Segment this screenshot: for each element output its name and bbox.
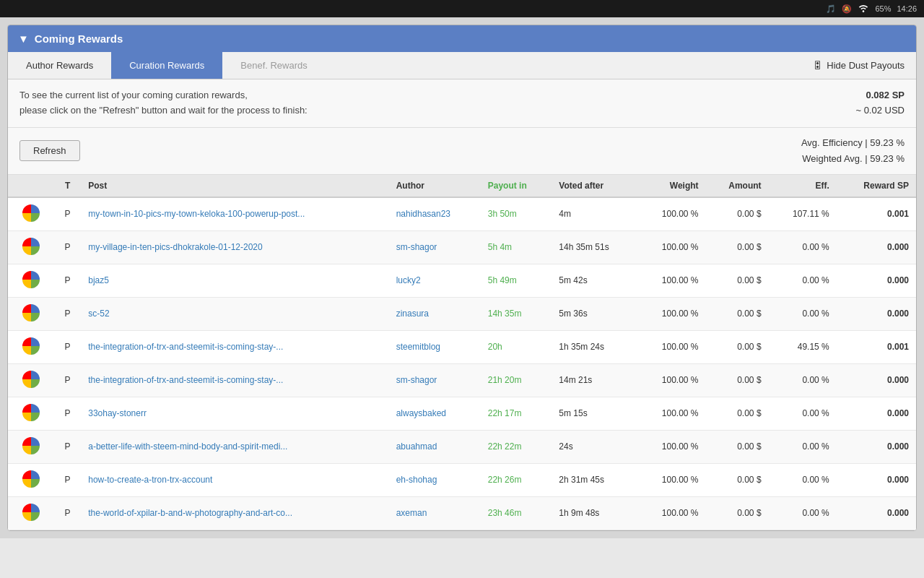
author-link[interactable]: alwaysbaked [396,408,446,418]
row-author[interactable]: lucky2 [389,264,481,297]
tab-benef-rewards[interactable]: Benef. Rewards [222,52,326,79]
usd-value: ~ 0.02 USD [855,103,905,118]
post-link[interactable]: 33ohay-stonerr [88,408,147,418]
row-type: P [54,330,81,363]
row-post[interactable]: 33ohay-stonerr [81,397,388,430]
row-icon [8,363,54,397]
pie-chart-icon[interactable] [21,269,41,290]
pie-chart-icon[interactable] [21,303,41,323]
row-post[interactable]: the-integration-of-trx-and-steemit-is-co… [81,363,388,397]
row-post[interactable]: how-to-create-a-tron-trx-account [81,463,388,496]
row-post[interactable]: the-world-of-xpilar-b-and-w-photography-… [81,496,388,530]
coming-rewards-panel: ▼ Coming Rewards Author Rewards Curation… [7,25,917,531]
row-icon [8,197,54,231]
row-author[interactable]: alwaysbaked [389,397,481,430]
row-post[interactable]: a-better-life-with-steem-mind-body-and-s… [81,430,388,463]
author-link[interactable]: steemitblog [396,342,440,352]
post-link[interactable]: sc-52 [88,309,109,319]
post-link[interactable]: my-town-in-10-pics-my-town-keloka-100-po… [88,209,305,219]
post-link[interactable]: how-to-create-a-tron-trx-account [88,475,212,485]
post-link[interactable]: my-village-in-ten-pics-dhokrakole-01-12-… [88,242,262,252]
pie-chart-icon[interactable] [21,402,41,423]
wifi-icon [858,4,869,14]
info-values: 0.082 SP ~ 0.02 USD [855,88,905,118]
row-payout-in: 22h 17m [481,397,552,430]
post-link[interactable]: the-integration-of-trx-and-steemit-is-co… [88,375,283,385]
author-link[interactable]: zinasura [396,309,429,319]
table-body: Pmy-town-in-10-pics-my-town-keloka-100-p… [8,197,916,530]
row-reward-sp: 0.000 [837,297,916,330]
row-payout-in: 5h 4m [481,230,552,264]
table-row: Pa-better-life-with-steem-mind-body-and-… [8,430,916,463]
collapse-arrow-icon[interactable]: ▼ [18,33,29,45]
filter-icon: 🎛 [813,60,822,71]
pie-chart-icon[interactable] [21,236,41,256]
post-link[interactable]: the-world-of-xpilar-b-and-w-photography-… [88,508,292,518]
row-author[interactable]: steemitblog [389,330,481,363]
author-link[interactable]: axeman [396,508,427,518]
row-author[interactable]: axeman [389,496,481,530]
author-link[interactable]: sm-shagor [396,242,437,252]
pie-chart-icon[interactable] [21,336,41,356]
author-link[interactable]: abuahmad [396,441,437,452]
row-author[interactable]: zinasura [389,297,481,330]
row-type: P [54,363,81,397]
main-container: ▼ Coming Rewards Author Rewards Curation… [0,17,924,538]
mute-icon: 🔕 [842,4,852,14]
row-author[interactable]: nahidhasan23 [389,197,481,231]
row-reward-sp: 0.000 [837,230,916,264]
row-post[interactable]: my-village-in-ten-pics-dhokrakole-01-12-… [81,230,388,264]
row-weight: 100.00 % [637,463,705,496]
pie-chart-icon[interactable] [21,203,41,223]
pie-chart-icon[interactable] [21,502,41,522]
post-link[interactable]: a-better-life-with-steem-mind-body-and-s… [88,441,287,452]
row-weight: 100.00 % [637,230,705,264]
pie-chart-icon[interactable] [21,469,41,489]
refresh-button[interactable]: Refresh [19,140,80,161]
row-voted-after: 24s [552,430,637,463]
hide-dust-payouts-button[interactable]: 🎛 Hide Dust Payouts [801,52,916,79]
row-post[interactable]: the-integration-of-trx-and-steemit-is-co… [81,330,388,363]
post-link[interactable]: bjaz5 [88,275,109,285]
row-post[interactable]: my-town-in-10-pics-my-town-keloka-100-po… [81,197,388,231]
author-link[interactable]: sm-shagor [396,375,437,385]
row-amount: 0.00 $ [706,230,769,264]
tab-curation-rewards[interactable]: Curation Rewards [111,52,222,79]
col-post: Post [81,175,388,197]
row-type: P [54,297,81,330]
row-type: P [54,430,81,463]
author-link[interactable]: nahidhasan23 [396,209,450,219]
row-icon [8,496,54,530]
row-author[interactable]: eh-shohag [389,463,481,496]
row-payout-in: 22h 26m [481,463,552,496]
table-row: Pthe-integration-of-trx-and-steemit-is-c… [8,330,916,363]
tab-author-rewards[interactable]: Author Rewards [8,52,111,79]
clock: 14:26 [897,4,917,13]
battery-level: 65% [875,4,891,13]
col-amount: Amount [706,175,769,197]
author-link[interactable]: lucky2 [396,275,421,285]
row-author[interactable]: sm-shagor [389,363,481,397]
row-icon [8,297,54,330]
row-author[interactable]: sm-shagor [389,230,481,264]
row-eff: 0.00 % [769,264,837,297]
row-post[interactable]: bjaz5 [81,264,388,297]
row-post[interactable]: sc-52 [81,297,388,330]
author-link[interactable]: eh-shohag [396,475,437,485]
row-author[interactable]: abuahmad [389,430,481,463]
row-amount: 0.00 $ [706,264,769,297]
panel-header: ▼ Coming Rewards [8,25,916,52]
row-voted-after: 4m [552,197,637,231]
row-amount: 0.00 $ [706,330,769,363]
pie-chart-icon[interactable] [21,369,41,389]
post-link[interactable]: the-integration-of-trx-and-steemit-is-co… [88,342,283,352]
row-type: P [54,197,81,231]
pie-chart-icon[interactable] [21,436,41,456]
row-type: P [54,230,81,264]
row-icon [8,330,54,363]
row-icon [8,463,54,496]
row-type: P [54,463,81,496]
table-row: Pmy-village-in-ten-pics-dhokrakole-01-12… [8,230,916,264]
row-reward-sp: 0.000 [837,363,916,397]
col-type: T [54,175,81,197]
